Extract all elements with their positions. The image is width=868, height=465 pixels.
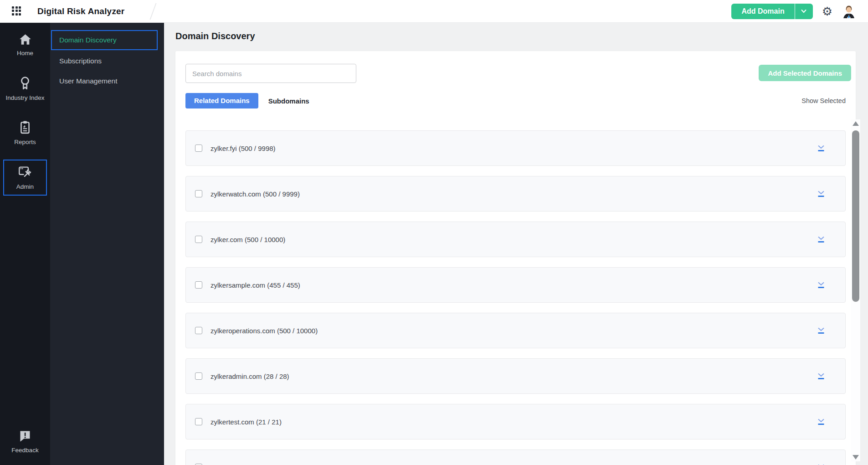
domain-checkbox[interactable] bbox=[195, 145, 202, 152]
domain-checkbox[interactable] bbox=[195, 372, 202, 380]
sidebar-item-feedback[interactable]: Feedback bbox=[3, 424, 47, 460]
domain-row: zylkerhr.com (500 / 10000) bbox=[185, 450, 846, 465]
add-domain-label[interactable]: Add Domain bbox=[731, 4, 794, 19]
industry-index-icon bbox=[19, 76, 31, 90]
expand-chevron-icon[interactable] bbox=[816, 190, 826, 198]
sidebar-item-user-management[interactable]: User Management bbox=[51, 72, 163, 90]
expand-chevron-icon[interactable] bbox=[816, 281, 826, 289]
chevron-down-icon bbox=[801, 9, 806, 13]
domain-row: zylkeroperations.com (500 / 10000) bbox=[185, 313, 846, 348]
expand-chevron-icon[interactable] bbox=[816, 144, 826, 152]
domain-label: zylkeradmin.com (28 / 28) bbox=[211, 372, 289, 380]
domain-checkbox[interactable] bbox=[195, 281, 202, 289]
tabs-row: Related Domains Subdomains Show Selected bbox=[185, 93, 846, 108]
vertical-scrollbar bbox=[851, 119, 860, 461]
expand-chevron-icon[interactable] bbox=[816, 326, 826, 335]
domain-label: zylkersample.com (455 / 455) bbox=[211, 281, 300, 289]
domain-label: zylkertest.com (21 / 21) bbox=[211, 418, 282, 426]
avatar[interactable] bbox=[842, 4, 856, 19]
feedback-icon bbox=[19, 430, 31, 442]
page-title: Domain Discovery bbox=[175, 31, 255, 41]
app-title: Digital Risk Analyzer bbox=[37, 6, 124, 16]
sidebar-item-label: Feedback bbox=[11, 446, 38, 455]
domain-row: zylkeradmin.com (28 / 28) bbox=[185, 358, 846, 394]
sidebar-item-subscriptions[interactable]: Subscriptions bbox=[51, 52, 163, 70]
domain-label: zylker.com (500 / 10000) bbox=[211, 236, 285, 243]
sidebar-item-reports[interactable]: Reports bbox=[3, 115, 47, 151]
expand-chevron-icon[interactable] bbox=[816, 463, 826, 465]
domain-label: zylkerwatch.com (500 / 9999) bbox=[211, 190, 300, 198]
domain-list: zylker.fyi (500 / 9998) zylkerwatch.com … bbox=[185, 130, 846, 465]
domain-checkbox[interactable] bbox=[195, 418, 202, 425]
domain-checkbox[interactable] bbox=[195, 327, 202, 334]
domain-checkbox[interactable] bbox=[195, 236, 202, 243]
nav-item-label: Subscriptions bbox=[59, 57, 102, 65]
admin-wrench-icon bbox=[18, 165, 32, 179]
scrollbar-thumb[interactable] bbox=[852, 130, 859, 302]
sidebar-item-industry-index[interactable]: Industry Index bbox=[3, 71, 47, 107]
sidebar-item-label: Home bbox=[17, 49, 33, 57]
expand-chevron-icon[interactable] bbox=[816, 418, 826, 426]
sidebar-item-home[interactable]: Home bbox=[3, 28, 47, 62]
sidebar-item-label: Reports bbox=[14, 138, 36, 146]
app-launcher-icon[interactable] bbox=[12, 6, 22, 16]
sidebar-item-domain-discovery[interactable]: Domain Discovery bbox=[51, 30, 158, 50]
domain-checkbox[interactable] bbox=[195, 190, 202, 197]
show-selected-link[interactable]: Show Selected bbox=[801, 97, 846, 104]
nav-item-label: Domain Discovery bbox=[59, 36, 117, 44]
sidebar-item-label: Industry Index bbox=[6, 94, 45, 102]
sidebar-item-admin[interactable]: Admin bbox=[3, 160, 47, 196]
domain-label: zylker.fyi (500 / 9998) bbox=[211, 145, 276, 152]
header-divider bbox=[150, 3, 157, 20]
domain-row: zylker.com (500 / 10000) bbox=[185, 222, 846, 257]
reports-icon bbox=[19, 120, 31, 134]
nav-item-label: User Management bbox=[59, 77, 118, 85]
secondary-sidebar: Domain Discovery Subscriptions User Mana… bbox=[50, 23, 164, 465]
main-content: Domain Discovery Add Selected Domains Re… bbox=[164, 23, 868, 465]
domain-row: zylker.fyi (500 / 9998) bbox=[185, 130, 846, 166]
add-domain-button[interactable]: Add Domain bbox=[731, 4, 812, 19]
domain-row: zylkersample.com (455 / 455) bbox=[185, 267, 846, 303]
tab-subdomains[interactable]: Subdomains bbox=[268, 97, 309, 105]
app-window: Digital Risk Analyzer Add Domain ⚙ bbox=[0, 0, 868, 465]
scrollbar-down-arrow[interactable] bbox=[853, 455, 859, 460]
tab-related-domains[interactable]: Related Domains bbox=[185, 93, 258, 108]
expand-chevron-icon[interactable] bbox=[816, 235, 826, 243]
domain-label: zylkerhr.com (500 / 10000) bbox=[211, 464, 292, 465]
primary-sidebar: Home Industry Index Reports bbox=[0, 23, 50, 465]
sidebar-spacer bbox=[0, 196, 50, 416]
expand-chevron-icon[interactable] bbox=[816, 372, 826, 380]
domain-row: zylkerwatch.com (500 / 9999) bbox=[185, 176, 846, 212]
search-input[interactable] bbox=[185, 64, 356, 83]
domain-row: zylkertest.com (21 / 21) bbox=[185, 404, 846, 439]
add-selected-domains-button[interactable]: Add Selected Domains bbox=[759, 65, 851, 81]
top-bar: Digital Risk Analyzer Add Domain ⚙ bbox=[0, 0, 868, 23]
scrollbar-up-arrow[interactable] bbox=[853, 121, 859, 126]
domain-discovery-card: Add Selected Domains Related Domains Sub… bbox=[175, 51, 856, 465]
sidebar-item-label: Admin bbox=[16, 183, 34, 191]
home-icon bbox=[19, 34, 31, 45]
add-domain-dropdown[interactable] bbox=[795, 4, 813, 19]
gear-icon[interactable]: ⚙ bbox=[822, 5, 832, 17]
domain-label: zylkeroperations.com (500 / 10000) bbox=[211, 327, 318, 335]
